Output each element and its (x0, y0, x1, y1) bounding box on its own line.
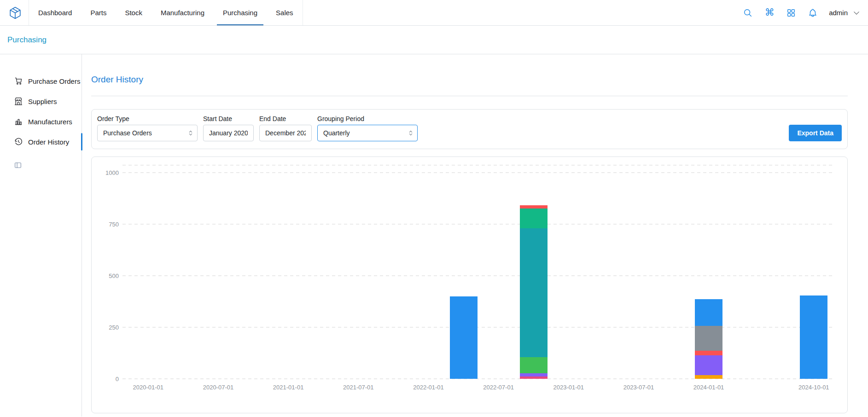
sidebar-item-label: Order History (28, 138, 69, 146)
main-nav: Dashboard Parts Stock Manufacturing Purc… (29, 0, 303, 25)
tab-parts[interactable]: Parts (81, 0, 116, 25)
cube-logo-icon (8, 6, 22, 20)
top-bar: Dashboard Parts Stock Manufacturing Purc… (0, 0, 868, 26)
order-type-label: Order Type (97, 115, 198, 122)
filter-panel: Order Type Start Date End Date Grouping … (91, 109, 848, 149)
order-history-chart-container: 025050075010002020-01-012020-07-012021-0… (97, 162, 842, 407)
notifications-button[interactable] (807, 7, 818, 18)
y-axis-label: 0 (116, 376, 119, 382)
x-axis-label: 2023-07-01 (623, 384, 654, 391)
sidebar-item-label: Manufacturers (28, 118, 72, 126)
x-axis-label: 2021-07-01 (343, 384, 374, 391)
bar-segment[interactable] (695, 326, 722, 350)
command-icon: ⌘ (765, 8, 775, 17)
storefront-icon (14, 97, 23, 106)
order-history-chart-card: 025050075010002020-01-012020-07-012021-0… (91, 156, 848, 413)
bar-segment[interactable] (520, 373, 548, 376)
y-axis-label: 250 (109, 324, 119, 331)
bar-segment[interactable] (520, 357, 548, 374)
bar-segment[interactable] (520, 376, 548, 379)
bar-segment[interactable] (520, 208, 548, 228)
history-clock-icon (14, 137, 23, 146)
x-axis-label: 2023-01-01 (553, 384, 584, 391)
sidebar-item-suppliers[interactable]: Suppliers (0, 91, 82, 111)
tab-purchasing[interactable]: Purchasing (214, 0, 267, 25)
breadcrumb: Purchasing (0, 26, 868, 54)
y-axis-label: 500 (109, 272, 119, 279)
bar-segment[interactable] (695, 355, 722, 375)
start-date-label: Start Date (203, 115, 254, 122)
sidebar-item-purchase-orders[interactable]: Purchase Orders (0, 71, 82, 91)
scan-button[interactable] (786, 7, 797, 18)
username-label: admin (829, 9, 848, 17)
bar-segment[interactable] (695, 351, 722, 355)
sidebar: Purchase Orders Suppliers Manufacturers (0, 54, 82, 417)
bar-segment[interactable] (450, 296, 478, 379)
bell-icon (808, 8, 818, 18)
sidebar-item-label: Purchase Orders (28, 77, 80, 85)
bar-segment[interactable] (520, 228, 548, 357)
order-history-chart: 025050075010002020-01-012020-07-012021-0… (97, 162, 842, 407)
sidebar-item-label: Suppliers (28, 98, 57, 105)
page-title: Order History (91, 75, 848, 85)
breadcrumb-purchasing-link[interactable]: Purchasing (7, 35, 47, 45)
title-divider (91, 96, 848, 96)
x-axis-label: 2020-01-01 (133, 384, 164, 391)
panel-left-icon (14, 161, 22, 169)
x-axis-label: 2021-01-01 (273, 384, 304, 391)
main-panel: Order History Order Type Start Date End … (82, 54, 868, 417)
grouping-period-select[interactable] (317, 125, 418, 141)
command-palette-button[interactable]: ⌘ (764, 7, 775, 18)
bar-segment[interactable] (695, 299, 722, 326)
tab-sales[interactable]: Sales (267, 0, 303, 25)
bar-segment[interactable] (520, 205, 548, 208)
start-date-input[interactable] (203, 125, 254, 141)
sidebar-item-manufacturers[interactable]: Manufacturers (0, 111, 82, 132)
export-data-button[interactable]: Export Data (789, 125, 842, 141)
top-bar-actions: ⌘ admin (742, 7, 861, 18)
chevron-down-icon (852, 9, 861, 17)
app-logo[interactable] (7, 5, 23, 21)
x-axis-label: 2024-10-01 (798, 384, 829, 391)
x-axis-label: 2022-07-01 (483, 384, 514, 391)
x-axis-label: 2024-01-01 (693, 384, 724, 391)
collapse-sidebar-button[interactable] (14, 161, 22, 169)
bar-segment[interactable] (800, 295, 827, 379)
search-icon (743, 8, 753, 18)
order-type-select[interactable] (97, 125, 198, 141)
sidebar-item-order-history[interactable]: Order History (0, 132, 82, 152)
x-axis-label: 2022-01-01 (413, 384, 444, 391)
end-date-label: End Date (259, 115, 312, 122)
tab-manufacturing[interactable]: Manufacturing (151, 0, 214, 25)
user-menu[interactable]: admin (829, 9, 861, 17)
y-axis-label: 750 (109, 221, 119, 228)
bar-segment[interactable] (695, 375, 722, 379)
y-axis-label: 1000 (105, 169, 119, 176)
x-axis-label: 2020-07-01 (203, 384, 234, 391)
grid-squares-icon (786, 8, 796, 18)
search-button[interactable] (742, 7, 753, 18)
grouping-period-label: Grouping Period (317, 115, 418, 122)
tab-stock[interactable]: Stock (116, 0, 151, 25)
tab-dashboard[interactable]: Dashboard (29, 0, 81, 25)
bar-chart-icon (14, 117, 23, 126)
end-date-input[interactable] (259, 125, 312, 141)
shopping-cart-icon (14, 76, 23, 86)
